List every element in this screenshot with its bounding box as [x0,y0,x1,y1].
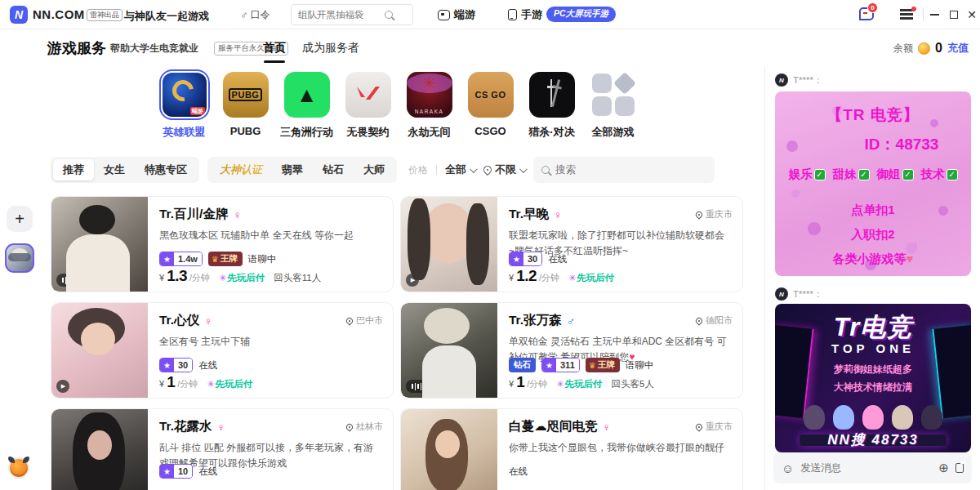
game-item-pubg[interactable]: PUBG PUBG [215,72,276,140]
filter-tab-recommend[interactable]: 推荐 [53,159,94,180]
price-value: 1.2 [516,267,537,285]
check-icon: ✓ [858,169,870,180]
provider-card[interactable]: 白蔓☁咫间电竞 ♀ 重庆市 你带上我这个显眼包，我带你做峡谷最打眼的靓仔 在线 [400,408,743,490]
profile-photo[interactable] [401,409,497,490]
balance-label: 余额 [893,42,913,56]
game-item-hunt[interactable]: 猎杀·对决 [521,72,582,140]
female-icon: ♀ [603,421,612,434]
close-button[interactable]: ✕ [964,7,980,23]
game-item-all[interactable]: 全部游戏 [582,72,644,140]
tab-become-provider[interactable]: 成为服务者 [302,41,359,56]
price-unit: /分钟 [527,378,547,390]
provider-desc: 你带上我这个显眼包，我带你做峡谷最打眼的靓仔 [509,440,729,456]
sender-avatar[interactable]: N [775,74,788,87]
chat-input-bar[interactable]: ☺ ⊕ [773,452,972,483]
provider-name: 白蔓☁咫间电竞 [509,418,598,435]
filter-tab-girls[interactable]: 女生 [94,159,135,180]
recharge-link[interactable]: 充值 [947,41,969,56]
nav-mobile-games[interactable]: 手游 [508,7,542,22]
filter-search[interactable] [533,157,715,183]
mascot-icon[interactable] [8,457,29,479]
nav-pc-games[interactable]: 端游 [438,7,475,22]
chevron-down-icon [470,165,478,173]
star-icon: ★ [542,359,556,372]
avatar[interactable] [5,243,34,273]
game-item-delta[interactable]: ▲ 三角洲行动 [276,72,337,140]
promo-image-tr-esports[interactable]: 【TR 电竞】 ID：48733 娱乐✓ 甜妹✓ 御姐✓ 技术✓ 点单扣1 入职… [775,91,971,276]
play-video-icon[interactable] [56,380,69,393]
pay-after-play-label: ✳ 先玩后付 [207,378,252,390]
provider-card[interactable]: Tr.早晚 ♀ 重庆市 联盟老玩家啦，除了打野都可以补位辅助软硬都会~脾气好话多… [400,196,743,292]
location-pin-icon [345,316,354,325]
message-sender: N T****： [775,287,822,301]
anime-characters-decoration [775,405,971,430]
price-dropdown[interactable]: 全部 [445,163,475,177]
screenshot-icon[interactable] [956,463,964,473]
voice-sample-icon[interactable] [406,380,427,393]
region-dropdown[interactable]: 不限 [483,163,525,177]
tier-badge: 钻石 [509,358,536,372]
currency-symbol: ¥ [159,379,164,389]
game-item-lol[interactable]: 端游 英雄联盟 [154,72,215,140]
maximize-button[interactable] [946,7,962,23]
add-button[interactable]: + [7,206,33,232]
promo-line: 梦莉御姐妹纸超多 [775,363,971,376]
sender-avatar[interactable]: N [775,287,788,301]
delta-game-icon: ▲ [284,72,330,118]
location-pin-icon [694,422,703,431]
filter-search-input[interactable] [555,164,694,176]
filter-tab-diamond[interactable]: 钻石 [313,159,354,180]
filter-tab-master[interactable]: 大师 [354,159,394,180]
status-text: 语聊中 [248,253,277,265]
profile-photo[interactable] [401,197,497,292]
filter-tab-cert[interactable]: 大神认证 [210,159,272,180]
currency-symbol: ¥ [509,379,514,389]
page-header: 游戏服务 帮助大学生电竞就业 服务平台永久0抽成 首页 成为服务者 余额 0 充… [0,29,980,67]
provider-card[interactable]: Tr.心仪 ♀ 巴中市 全区有号 主玩中下辅 ★ 30 在线 ¥ 1 /分钟 ✳… [51,302,394,399]
promo-subtitle: TOP ONE [775,341,971,355]
team-code-button[interactable]: ♂ 口令 [240,8,270,22]
chat-message-input[interactable] [800,462,932,474]
pc-play-mobile-badge[interactable]: PC大屏玩手游 [546,7,616,22]
profile-photo[interactable] [51,303,148,398]
tab-home[interactable]: 首页 [263,41,286,56]
provider-card-grid: Tr.百川/金牌 ♀ 黑色玫瑰本区 玩辅助中单 全天在线 等你一起 ★ 1.4w… [51,196,746,490]
location-text: 桂林市 [346,421,383,433]
price-filter-label: 价格 [408,163,428,177]
pubg-game-icon: PUBG [223,72,269,118]
game-item-valorant[interactable]: 无畏契约 [337,72,399,140]
game-item-naraka[interactable]: ✳ NARAKA 永劫无间 [399,72,460,140]
voice-sample-icon[interactable] [56,274,78,287]
provider-card[interactable]: Tr.张万森 ♂ 德阳市 单双铂金 灵活钻石 主玩中单和ADC 全区都有号 可补… [400,302,743,399]
attach-icon[interactable]: ⊕ [938,461,949,475]
titlebar-search[interactable] [291,4,413,25]
filter-bar: 推荐 女生 特惠专区 大神认证 翡翠 钻石 大师 价格 全部 不限 [51,157,715,183]
female-icon: ♀ [554,208,563,221]
heart-icon: ♥ [906,252,914,265]
price-unit: /分钟 [189,272,210,284]
rank-badge: ♛ 王牌 [208,252,243,266]
provider-card[interactable]: Tr.百川/金牌 ♀ 黑色玫瑰本区 玩辅助中单 全天在线 等你一起 ★ 1.4w… [51,196,394,292]
filter-tab-jade[interactable]: 翡翠 [272,159,313,180]
female-icon: ♀ [217,421,226,434]
profile-photo[interactable] [51,197,148,292]
female-icon: ♀ [233,208,242,221]
status-text: 在线 [198,359,217,372]
provider-card[interactable]: Tr.花露水 ♀ 桂林市 乱斗 排位 匹配 外服都可以接，多年老玩家，有游戏理解… [51,408,394,490]
emoji-icon[interactable]: ☺ [782,461,794,475]
play-video-icon[interactable] [406,274,419,287]
game-item-csgo[interactable]: CS GO CSGO [460,72,521,140]
filter-tab-special[interactable]: 特惠专区 [135,159,197,180]
promo-image-top-one[interactable]: Tr电竞 TOP ONE 梦莉御姐妹纸超多 大神技术情绪拉满 NN搜 48733 [775,304,971,452]
location-pin-icon [694,210,703,219]
male-icon: ♂ [567,314,576,327]
profile-photo[interactable] [401,303,497,398]
app-logo-icon[interactable]: N [10,6,28,24]
page-title: 游戏服务 [47,38,106,58]
star-level-badge: ★ 30 [159,358,193,372]
profile-photo[interactable] [51,409,148,490]
titlebar-search-input[interactable] [298,10,380,20]
key-icon: ♂ [240,9,248,21]
location-pin-icon [482,164,493,176]
minimize-button[interactable] [926,7,942,23]
